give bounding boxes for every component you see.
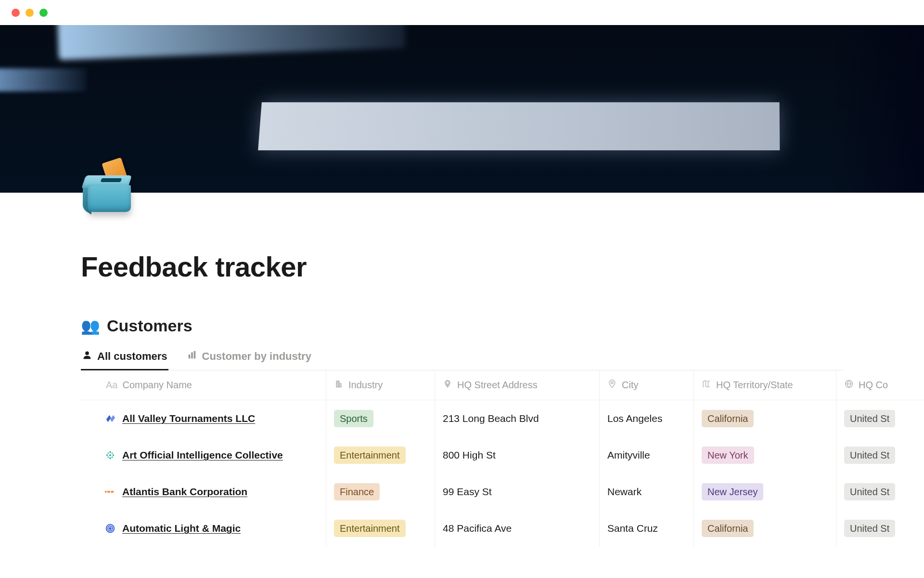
industry-tag[interactable]: Entertainment — [334, 520, 406, 537]
text-type-icon: Aa — [106, 380, 117, 391]
svg-point-11 — [108, 453, 109, 454]
column-header-city[interactable]: City — [600, 370, 694, 400]
company-logo-icon — [105, 413, 116, 424]
table-row[interactable]: All Valley Tournaments LLCSports213 Long… — [81, 400, 924, 437]
svg-rect-15 — [105, 491, 107, 493]
svg-point-12 — [112, 453, 113, 454]
country-tag[interactable]: United St — [844, 483, 895, 500]
company-name-link[interactable]: Art Official Intelligence Collective — [122, 449, 283, 461]
state-tag[interactable]: New Jersey — [702, 483, 763, 500]
window-minimize-button[interactable] — [26, 9, 34, 17]
customers-table: AaCompany NameIndustryHQ Street AddressC… — [81, 370, 924, 547]
page-icon[interactable] — [81, 159, 139, 217]
column-header-hq-co[interactable]: HQ Co — [836, 370, 924, 400]
pin-outline-icon — [607, 379, 617, 391]
column-header-hq-street-address[interactable]: HQ Street Address — [435, 370, 600, 400]
building-icon — [334, 379, 344, 391]
company-name-link[interactable]: Atlantis Bank Corporation — [122, 486, 247, 498]
svg-point-0 — [85, 351, 89, 355]
column-header-label: Industry — [348, 380, 383, 391]
page-title[interactable]: Feedback tracker — [81, 250, 843, 283]
state-tag[interactable]: California — [702, 410, 754, 427]
svg-point-4 — [611, 381, 613, 383]
view-tab-all-customers[interactable]: All customers — [81, 350, 168, 370]
company-logo-icon — [105, 486, 116, 497]
bar-chart-icon — [187, 350, 197, 363]
city-cell: Newark — [600, 473, 694, 510]
svg-rect-1 — [188, 355, 190, 358]
state-tag[interactable]: California — [702, 520, 754, 537]
svg-point-8 — [113, 454, 115, 456]
city-cell: Santa Cruz — [600, 510, 694, 547]
window-close-button[interactable] — [12, 9, 20, 17]
country-tag[interactable]: United St — [844, 447, 895, 464]
view-tabs: All customersCustomer by industry — [81, 350, 843, 370]
svg-point-6 — [109, 451, 111, 453]
country-tag[interactable]: United St — [844, 520, 895, 537]
page-cover-image[interactable] — [0, 25, 924, 193]
section-title: Customers — [107, 316, 192, 335]
column-header-label: HQ Street Address — [457, 380, 538, 391]
map-icon — [702, 379, 711, 391]
svg-point-14 — [112, 457, 113, 458]
industry-tag[interactable]: Entertainment — [334, 447, 406, 464]
industry-tag[interactable]: Sports — [334, 410, 373, 427]
address-cell: 99 Easy St — [435, 473, 600, 510]
pin-icon — [443, 379, 452, 391]
state-tag[interactable]: New York — [702, 447, 754, 464]
svg-rect-16 — [107, 491, 110, 493]
section-header[interactable]: 👥 Customers — [81, 316, 843, 335]
svg-point-20 — [109, 527, 111, 529]
globe-icon — [844, 379, 854, 391]
company-logo-icon — [105, 450, 116, 460]
company-logo-icon — [105, 523, 116, 534]
company-name-link[interactable]: All Valley Tournaments LLC — [122, 413, 255, 424]
svg-rect-2 — [191, 353, 193, 359]
company-name-link[interactable]: Automatic Light & Magic — [122, 523, 241, 534]
column-header-hq-territory-state[interactable]: HQ Territory/State — [694, 370, 836, 400]
city-cell: Los Angeles — [600, 400, 694, 437]
view-tab-customer-by-industry[interactable]: Customer by industry — [186, 350, 312, 370]
column-header-label: HQ Co — [859, 380, 888, 391]
svg-point-13 — [108, 457, 109, 458]
svg-point-10 — [109, 454, 111, 456]
window-titlebar — [0, 0, 924, 25]
table-row[interactable]: Automatic Light & MagicEntertainment48 P… — [81, 510, 924, 547]
country-tag[interactable]: United St — [844, 410, 895, 427]
column-header-label: City — [622, 380, 638, 391]
ballot-box-icon — [81, 159, 134, 212]
view-tab-label: All customers — [97, 350, 167, 363]
person-icon — [82, 350, 92, 363]
svg-rect-17 — [111, 491, 114, 493]
svg-point-9 — [109, 458, 111, 460]
view-tab-label: Customer by industry — [202, 350, 311, 363]
table-row[interactable]: Art Official Intelligence CollectiveEnte… — [81, 437, 924, 473]
city-cell: Amityville — [600, 437, 694, 473]
column-header-industry[interactable]: Industry — [326, 370, 435, 400]
address-cell: 213 Long Beach Blvd — [435, 400, 600, 437]
window-maximize-button[interactable] — [39, 9, 48, 17]
table-row[interactable]: Atlantis Bank CorporationFinance99 Easy … — [81, 473, 924, 510]
address-cell: 48 Pacifica Ave — [435, 510, 600, 547]
address-cell: 800 High St — [435, 437, 600, 473]
people-icon: 👥 — [81, 317, 100, 335]
column-header-label: HQ Territory/State — [716, 380, 793, 391]
industry-tag[interactable]: Finance — [334, 483, 380, 500]
column-header-label: Company Name — [122, 380, 192, 391]
svg-point-7 — [106, 454, 108, 456]
svg-rect-3 — [193, 351, 195, 359]
column-header-company-name[interactable]: AaCompany Name — [81, 370, 326, 400]
